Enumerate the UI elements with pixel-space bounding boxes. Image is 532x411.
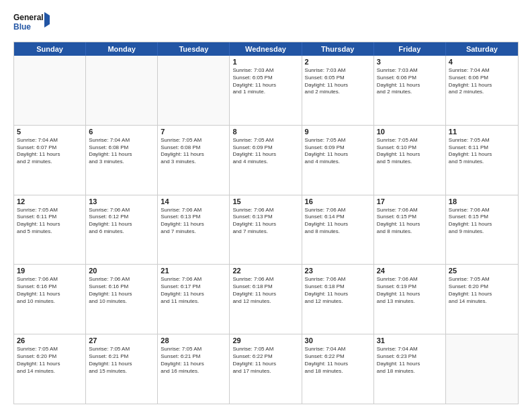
- cell-info-line: and 12 minutes.: [232, 298, 298, 306]
- day-number: 11: [449, 128, 515, 136]
- cell-info-line: Sunset: 6:10 PM: [377, 144, 443, 152]
- cell-info-line: Daylight: 11 hours: [232, 291, 298, 298]
- cell-info-line: Daylight: 11 hours: [232, 82, 298, 89]
- cell-info-line: Daylight: 11 hours: [305, 291, 371, 298]
- cell-info-line: Sunrise: 7:06 AM: [232, 276, 298, 283]
- cell-info-line: Sunset: 6:14 PM: [305, 214, 371, 221]
- cell-info-line: and 4 minutes.: [232, 158, 298, 166]
- day-cell-5: 5Sunrise: 7:04 AMSunset: 6:07 PMDaylight…: [14, 126, 86, 195]
- day-cell-6: 6Sunrise: 7:04 AMSunset: 6:08 PMDaylight…: [86, 126, 158, 195]
- day-number: 30: [305, 336, 371, 345]
- day-number: 16: [305, 197, 371, 205]
- svg-marker-2: [44, 12, 50, 28]
- cell-info-line: Daylight: 11 hours: [305, 82, 371, 89]
- cell-info-line: Sunrise: 7:06 AM: [377, 276, 443, 283]
- day-number: 2: [305, 58, 371, 66]
- logo: General Blue: [13, 11, 50, 35]
- cell-info-line: and 17 minutes.: [232, 368, 298, 375]
- cell-info-line: Sunset: 6:06 PM: [377, 75, 443, 82]
- calendar-body: 1Sunrise: 7:03 AMSunset: 6:05 PMDaylight…: [14, 56, 518, 404]
- day-cell-26: 26Sunrise: 7:05 AMSunset: 6:20 PMDayligh…: [14, 334, 86, 404]
- cell-info-line: Sunrise: 7:04 AM: [89, 137, 154, 144]
- day-cell-17: 17Sunrise: 7:06 AMSunset: 6:15 PMDayligh…: [374, 195, 446, 265]
- day-cell-20: 20Sunrise: 7:06 AMSunset: 6:16 PMDayligh…: [86, 265, 158, 334]
- cell-info-line: Sunset: 6:16 PM: [89, 283, 154, 291]
- cell-info-line: and 2 minutes.: [17, 158, 83, 166]
- day-cell-9: 9Sunrise: 7:05 AMSunset: 6:09 PMDaylight…: [302, 126, 374, 195]
- cell-info-line: Sunrise: 7:05 AM: [232, 137, 298, 144]
- cell-info-line: and 10 minutes.: [17, 298, 83, 306]
- empty-cell: [86, 56, 158, 125]
- cell-info-line: Sunrise: 7:05 AM: [17, 207, 83, 214]
- day-number: 10: [377, 128, 443, 136]
- cell-info-line: Daylight: 11 hours: [17, 151, 83, 158]
- cell-info-line: Sunset: 6:18 PM: [305, 283, 371, 291]
- cell-info-line: Daylight: 11 hours: [377, 221, 443, 228]
- svg-text:Blue: Blue: [13, 22, 31, 32]
- day-cell-3: 3Sunrise: 7:03 AMSunset: 6:06 PMDaylight…: [374, 56, 446, 125]
- cell-info-line: Sunset: 6:13 PM: [161, 214, 226, 221]
- cell-info-line: Sunrise: 7:06 AM: [161, 207, 226, 214]
- cell-info-line: Daylight: 11 hours: [89, 151, 154, 158]
- cell-info-line: Sunset: 6:08 PM: [161, 144, 226, 152]
- day-cell-19: 19Sunrise: 7:06 AMSunset: 6:16 PMDayligh…: [14, 265, 86, 334]
- header-day-tuesday: Tuesday: [158, 42, 230, 56]
- cell-info-line: Daylight: 11 hours: [449, 151, 515, 158]
- cell-info-line: Sunset: 6:12 PM: [89, 214, 154, 221]
- calendar: SundayMondayTuesdayWednesdayThursdayFrid…: [13, 42, 519, 404]
- cell-info-line: and 2 minutes.: [377, 89, 443, 96]
- cell-info-line: Sunset: 6:20 PM: [17, 353, 83, 361]
- cell-info-line: and 11 minutes.: [161, 298, 226, 306]
- day-cell-30: 30Sunrise: 7:04 AMSunset: 6:22 PMDayligh…: [302, 334, 374, 404]
- cell-info-line: Daylight: 11 hours: [232, 221, 298, 228]
- cell-info-line: Sunset: 6:05 PM: [232, 75, 298, 82]
- day-number: 1: [232, 58, 298, 66]
- cell-info-line: Sunset: 6:13 PM: [232, 214, 298, 221]
- cell-info-line: Sunrise: 7:06 AM: [305, 207, 371, 214]
- cell-info-line: Sunset: 6:11 PM: [17, 214, 83, 221]
- calendar-week-3: 12Sunrise: 7:05 AMSunset: 6:11 PMDayligh…: [14, 195, 518, 265]
- cell-info-line: Sunset: 6:09 PM: [305, 144, 371, 152]
- cell-info-line: Daylight: 11 hours: [377, 82, 443, 89]
- day-cell-2: 2Sunrise: 7:03 AMSunset: 6:05 PMDaylight…: [302, 56, 374, 125]
- calendar-week-5: 26Sunrise: 7:05 AMSunset: 6:20 PMDayligh…: [14, 334, 518, 404]
- cell-info-line: Sunrise: 7:06 AM: [17, 276, 83, 283]
- cell-info-line: Sunrise: 7:05 AM: [305, 137, 371, 144]
- cell-info-line: and 2 minutes.: [449, 89, 515, 96]
- day-number: 20: [89, 267, 154, 275]
- calendar-week-2: 5Sunrise: 7:04 AMSunset: 6:07 PMDaylight…: [14, 126, 518, 195]
- cell-info-line: Daylight: 11 hours: [377, 361, 443, 368]
- cell-info-line: and 6 minutes.: [89, 228, 154, 236]
- cell-info-line: Sunrise: 7:06 AM: [232, 207, 298, 214]
- day-number: 12: [17, 197, 83, 205]
- cell-info-line: Sunset: 6:21 PM: [161, 353, 226, 361]
- cell-info-line: Sunrise: 7:06 AM: [449, 207, 515, 214]
- day-cell-8: 8Sunrise: 7:05 AMSunset: 6:09 PMDaylight…: [230, 126, 302, 195]
- cell-info-line: and 18 minutes.: [305, 368, 371, 375]
- day-number: 4: [449, 58, 515, 66]
- cell-info-line: Daylight: 11 hours: [449, 221, 515, 228]
- day-cell-21: 21Sunrise: 7:06 AMSunset: 6:17 PMDayligh…: [158, 265, 230, 334]
- cell-info-line: Sunset: 6:08 PM: [89, 144, 154, 152]
- cell-info-line: and 15 minutes.: [89, 368, 154, 375]
- cell-info-line: Daylight: 11 hours: [17, 361, 83, 368]
- cell-info-line: Sunrise: 7:06 AM: [305, 276, 371, 283]
- cell-info-line: and 8 minutes.: [377, 228, 443, 236]
- day-number: 5: [17, 128, 83, 136]
- header-day-thursday: Thursday: [302, 42, 374, 56]
- cell-info-line: Daylight: 11 hours: [232, 151, 298, 158]
- cell-info-line: Sunrise: 7:04 AM: [449, 67, 515, 75]
- day-number: 19: [17, 267, 83, 275]
- day-cell-4: 4Sunrise: 7:04 AMSunset: 6:06 PMDaylight…: [446, 56, 518, 125]
- header-day-sunday: Sunday: [14, 42, 86, 56]
- day-number: 23: [305, 267, 371, 275]
- day-cell-24: 24Sunrise: 7:06 AMSunset: 6:19 PMDayligh…: [374, 265, 446, 334]
- cell-info-line: Daylight: 11 hours: [161, 291, 226, 298]
- day-cell-12: 12Sunrise: 7:05 AMSunset: 6:11 PMDayligh…: [14, 195, 86, 265]
- cell-info-line: and 9 minutes.: [449, 228, 515, 236]
- day-cell-1: 1Sunrise: 7:03 AMSunset: 6:05 PMDaylight…: [230, 56, 302, 125]
- cell-info-line: and 7 minutes.: [161, 228, 226, 236]
- day-cell-13: 13Sunrise: 7:06 AMSunset: 6:12 PMDayligh…: [86, 195, 158, 265]
- cell-info-line: Sunrise: 7:05 AM: [449, 137, 515, 144]
- cell-info-line: Sunrise: 7:06 AM: [377, 207, 443, 214]
